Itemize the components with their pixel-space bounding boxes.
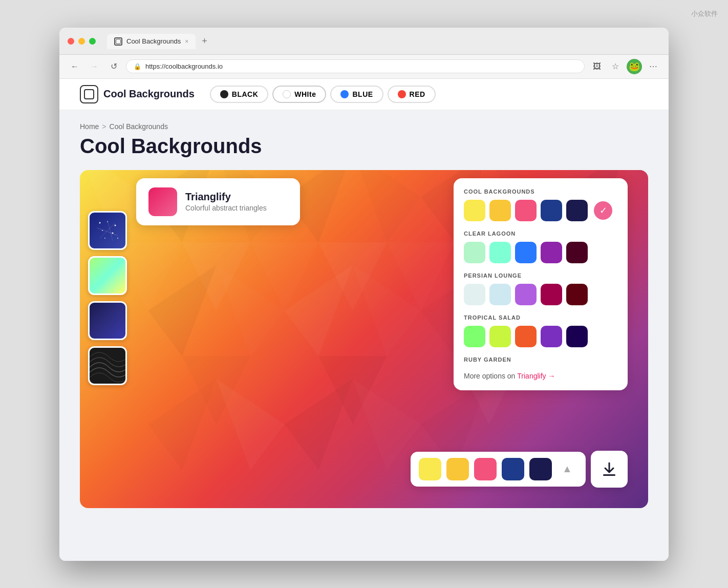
site-logo-title: Cool Backgrounds [103,88,195,100]
bar-swatch-3[interactable] [474,458,497,480]
palette-label-cool: COOL BACKGROUNDS [464,188,617,195]
swatches-cool: ✓ [464,200,617,221]
nav-pills: BLACK WHIte BLUE RED [210,86,436,103]
card-info: Trianglify Colorful abstract triangles [185,191,267,212]
swatch-cool-3[interactable] [515,200,537,221]
download-icon [601,461,617,477]
trianglify-link[interactable]: Trianglify → [517,372,555,380]
palette-label-tropical: TROPICAL SALAD [464,314,617,321]
swatches-tropical [464,326,617,347]
pill-blue-label: BLUE [352,90,373,98]
swatch-lagoon-4[interactable] [541,242,562,263]
pill-blue-dot [340,90,349,98]
active-tab[interactable]: Cool Backgrounds × [107,34,196,49]
maximize-button[interactable] [89,38,96,45]
svg-marker-24 [216,379,284,470]
thumbnail-stars[interactable] [88,211,127,250]
refresh-button[interactable]: ↺ [106,59,121,74]
wave-svg [90,348,127,385]
select-cool-button[interactable]: ✓ [594,201,612,220]
card-title: Trianglify [185,191,267,203]
site-header: Cool Backgrounds BLACK WHIte BLUE RED [59,79,669,110]
url-text: https://coolbackgrounds.io [145,62,223,70]
svg-line-37 [108,220,113,241]
swatch-persian-1[interactable] [464,284,485,305]
minimize-button[interactable] [78,38,85,45]
svg-rect-38 [603,474,615,476]
card-subtitle: Colorful abstract triangles [185,204,267,212]
swatch-lagoon-3[interactable] [515,242,537,263]
thumbnail-gradient[interactable] [88,256,127,295]
swatch-cool-2[interactable] [489,200,511,221]
swatch-tropical-5[interactable] [566,326,588,347]
svg-point-28 [99,222,101,223]
url-bar[interactable]: 🔒 https://coolbackgrounds.io [126,59,585,73]
pill-black-label: BLACK [232,90,259,98]
swatch-tropical-4[interactable] [541,326,562,347]
swatches-persian [464,284,617,305]
bar-swatch-4[interactable] [502,458,524,480]
more-button[interactable]: ⋯ [646,59,660,74]
pill-red-label: RED [410,90,425,98]
pill-white[interactable]: WHIte [272,86,326,103]
tab-title: Cool Backgrounds [126,37,181,45]
swatch-cool-1[interactable] [464,200,485,221]
breadcrumb-current: Cool Backgrounds [110,122,168,131]
breadcrumb-home[interactable]: Home [80,122,99,131]
pill-white-label: WHIte [294,90,316,98]
swatch-lagoon-5[interactable] [566,242,588,263]
pill-white-dot [283,90,291,98]
swatch-tropical-3[interactable] [515,326,537,347]
download-button[interactable] [591,451,628,488]
back-button[interactable]: ← [68,59,82,74]
close-button[interactable] [68,38,74,45]
card-icon [148,187,177,216]
selected-card: Trianglify Colorful abstract triangles [136,178,300,225]
more-options-text: More options on [464,372,515,380]
swatch-persian-3[interactable] [515,284,537,305]
triangle-button[interactable]: ▲ [557,459,577,479]
svg-point-30 [115,224,116,226]
swatch-tropical-2[interactable] [489,326,511,347]
swatch-lagoon-1[interactable] [464,242,485,263]
palette-label-persian: PERSIAN LOUNGE [464,272,617,279]
bg-preview-area: Trianglify Colorful abstract triangles C… [80,170,648,508]
bar-swatch-2[interactable] [446,458,469,480]
title-bar: Cool Backgrounds × + [59,28,669,55]
palette-label-lagoon: CLEAR LAGOON [464,230,617,237]
swatch-cool-4[interactable] [541,200,562,221]
thumbnail-wave[interactable] [88,346,127,385]
screenshot-button[interactable]: 🖼 [590,59,604,74]
pill-black-dot [220,90,228,98]
swatch-cool-5[interactable] [566,200,588,221]
pill-black[interactable]: BLACK [210,86,269,103]
swatch-persian-5[interactable] [566,284,588,305]
pill-blue[interactable]: BLUE [330,86,383,103]
swatch-persian-2[interactable] [489,284,511,305]
tab-bar: Cool Backgrounds × + [107,34,211,49]
svg-marker-23 [148,379,216,470]
address-bar-actions: 🖼 ☆ 🐸 ⋯ [590,59,660,74]
palette-section-lagoon: CLEAR LAGOON [464,230,617,263]
watermark: 小众软件 [691,9,718,18]
swatch-tropical-1[interactable] [464,326,485,347]
palette-section-persian: PERSIAN LOUNGE [464,272,617,305]
thumbnail-dark-blue[interactable] [88,301,127,340]
svg-line-35 [97,228,118,236]
tab-close-button[interactable]: × [185,38,188,45]
profile-avatar[interactable]: 🐸 [627,59,642,74]
page-content: Home > Cool Backgrounds Cool Backgrounds [59,110,669,561]
breadcrumb: Home > Cool Backgrounds [80,122,648,131]
address-bar: ← → ↺ 🔒 https://coolbackgrounds.io 🖼 ☆ 🐸… [59,55,669,79]
pill-red[interactable]: RED [388,86,436,103]
bookmark-button[interactable]: ☆ [608,59,623,74]
browser-window: Cool Backgrounds × + ← → ↺ 🔒 https://coo… [59,28,669,561]
swatch-persian-4[interactable] [541,284,562,305]
swatch-lagoon-2[interactable] [489,242,511,263]
new-tab-button[interactable]: + [198,34,211,49]
svg-point-33 [104,238,105,239]
svg-point-34 [117,238,118,239]
bar-swatch-5[interactable] [529,458,552,480]
bar-swatch-1[interactable] [419,458,441,480]
palette-section-cool: COOL BACKGROUNDS ✓ [464,188,617,221]
